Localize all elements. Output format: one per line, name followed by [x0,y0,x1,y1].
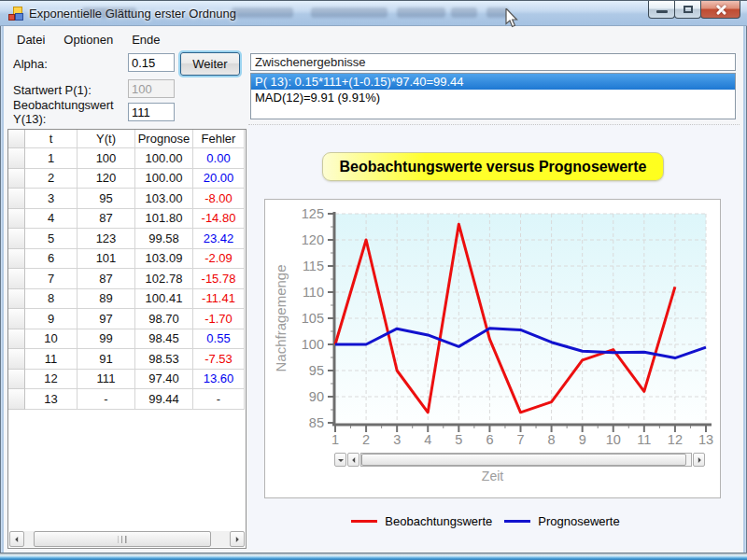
grid-cell[interactable]: 101 [78,249,135,270]
grid-cell[interactable]: 9 [25,309,78,329]
chart-scroll-thumb[interactable] [361,454,686,466]
grid-cell[interactable]: 101.80 [135,209,193,230]
grid-cell[interactable]: -15.78 [193,269,245,289]
table-row[interactable]: 512399.5823.42 [8,229,246,249]
grid-cell[interactable]: 99 [78,329,135,350]
grid-cell[interactable]: 102.78 [135,269,193,289]
grid-header-yt[interactable]: Y(t) [78,130,135,148]
row-header-cell[interactable] [8,148,25,169]
row-header-cell[interactable] [8,289,25,310]
scroll-thumb[interactable] [34,531,211,547]
grid-cell[interactable]: 1 [25,148,78,169]
table-row[interactable]: 1211197.4013.60 [8,370,246,390]
chart-scrollbar[interactable] [334,453,705,467]
grid-cell[interactable]: 97 [78,309,135,329]
grid-horizontal-scrollbar[interactable] [9,531,245,547]
titlebar[interactable]: Exponentielle Glättung erster Ordnung [0,0,747,26]
close-button[interactable] [700,1,740,19]
grid-cell[interactable]: - [78,389,135,410]
table-row[interactable]: 2120100.0020.00 [8,169,246,189]
maximize-button[interactable] [674,1,701,19]
scroll-right-button[interactable] [230,531,245,547]
grid-cell[interactable]: 98.70 [135,309,193,329]
grid-cell[interactable]: 89 [78,289,135,310]
chart-scroll-dropdown-button[interactable] [334,453,346,467]
grid-cell[interactable]: 7 [25,269,78,289]
grid-cell[interactable]: 12 [25,370,78,390]
grid-cell[interactable]: 2 [25,169,78,189]
grid-cell[interactable]: 103.00 [135,189,193,209]
row-header-cell[interactable] [8,269,25,289]
row-header-cell[interactable] [8,189,25,209]
table-row[interactable]: 787102.78-15.78 [8,269,246,289]
grid-header-fehler[interactable]: Fehler [193,130,245,148]
grid-cell[interactable]: 87 [78,209,135,230]
grid-cell[interactable]: 8 [25,289,78,310]
grid-cell[interactable]: 5 [25,229,78,249]
grid-header-t[interactable]: t [25,130,78,148]
table-row[interactable]: 13-99.44- [8,389,246,410]
results-listbox[interactable]: P( 13): 0.15*111+(1-0.15)*97.40=99.44MAD… [250,73,736,119]
grid-cell[interactable]: 99.44 [135,389,193,410]
grid-cell[interactable]: -1.70 [193,309,245,329]
grid-cell[interactable]: 103.09 [135,249,193,270]
scroll-track[interactable] [24,531,230,547]
table-row[interactable]: 119198.53-7.53 [8,349,246,370]
grid-cell[interactable]: 100.00 [135,169,193,189]
row-header-cell[interactable] [8,209,25,230]
grid-cell[interactable]: 123 [78,229,135,249]
menu-item-datei[interactable]: Datei [7,31,54,49]
grid-cell[interactable]: -2.09 [193,249,245,270]
beobachtungswert-input[interactable] [128,103,175,121]
grid-cell[interactable]: 3 [25,189,78,209]
row-header-cell[interactable] [8,169,25,189]
row-header-cell[interactable] [8,249,25,270]
grid-cell[interactable]: -7.53 [193,349,245,370]
minimize-button[interactable] [648,1,675,19]
grid-cell[interactable]: 13 [25,389,78,410]
grid-cell[interactable]: 91 [78,349,135,370]
grid-cell[interactable]: - [193,389,245,410]
row-header-cell[interactable] [8,349,25,370]
results-list-item[interactable]: MAD(12)=9.91 (9.91%) [251,90,735,105]
grid-cell[interactable]: -14.80 [193,209,245,230]
grid-cell[interactable]: 100.41 [135,289,193,310]
table-row[interactable]: 99798.70-1.70 [8,309,246,329]
grid-cell[interactable]: 0.00 [193,148,245,169]
grid-cell[interactable]: 100.00 [135,148,193,169]
grid-cell[interactable]: 0.55 [193,329,245,350]
row-header-cell[interactable] [8,329,25,350]
grid-cell[interactable]: 23.42 [193,229,245,249]
row-header-cell[interactable] [8,389,25,410]
table-row[interactable]: 6101103.09-2.09 [8,249,246,270]
grid-cell[interactable]: -8.00 [193,189,245,209]
grid-cell[interactable]: 13.60 [193,370,245,390]
results-list-item[interactable]: P( 13): 0.15*111+(1-0.15)*97.40=99.44 [251,74,735,90]
table-row[interactable]: 889100.41-11.41 [8,289,246,310]
grid-header-prognose[interactable]: Prognose [135,130,193,148]
grid-cell[interactable]: 98.45 [135,329,193,350]
grid-cell[interactable]: 99.58 [135,229,193,249]
chart-scroll-track[interactable] [360,453,692,467]
table-row[interactable]: 1100100.000.00 [8,148,246,169]
grid-cell[interactable]: 120 [78,169,135,189]
grid-cell[interactable]: 6 [25,249,78,270]
menu-item-optionen[interactable]: Optionen [54,31,122,49]
grid-cell[interactable]: 11 [25,349,78,370]
chart-scroll-left-button[interactable] [347,453,359,467]
grid-cell[interactable]: 20.00 [193,169,245,189]
weiter-button[interactable]: Weiter [180,52,240,76]
grid-cell[interactable]: 10 [25,329,78,350]
grid-cell[interactable]: 98.53 [135,349,193,370]
grid-cell[interactable]: 87 [78,269,135,289]
grid-cell[interactable]: 111 [78,370,135,390]
table-row[interactable]: 109998.450.55 [8,329,246,350]
table-row[interactable]: 395103.00-8.00 [8,189,246,209]
scroll-left-button[interactable] [9,531,24,547]
app-icon[interactable] [8,7,23,21]
alpha-input[interactable] [128,53,175,72]
grid-cell[interactable]: 100 [78,148,135,169]
grid-cell[interactable]: 4 [25,209,78,230]
chart-scroll-right-button[interactable] [693,453,705,467]
grid-cell[interactable]: 97.40 [135,370,193,390]
